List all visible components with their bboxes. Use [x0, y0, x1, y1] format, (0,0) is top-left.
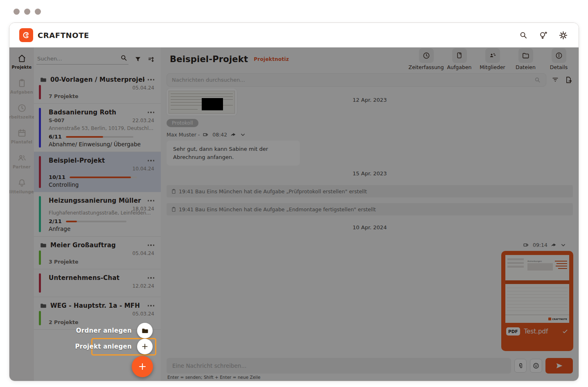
- speed-dial-create-project[interactable]: Projekt anlegen: [71, 339, 153, 354]
- window-controls[interactable]: [14, 9, 41, 15]
- folder-icon: [141, 327, 149, 335]
- speed-dial-create-folder[interactable]: Ordner anlegen: [71, 323, 153, 338]
- add-fab-button[interactable]: [132, 356, 153, 377]
- search-icon[interactable]: [519, 31, 528, 40]
- create-project-button[interactable]: [137, 339, 153, 354]
- app-bar: CRAFTNOTE: [9, 23, 579, 47]
- craftnote-logo-icon: [19, 28, 33, 42]
- app-window: CRAFTNOTE Projekte Aufgaben: [9, 22, 579, 381]
- settings-gear-icon[interactable]: [559, 31, 568, 40]
- brand-name: CRAFTNOTE: [38, 31, 89, 40]
- plus-icon: [137, 362, 147, 371]
- create-folder-button[interactable]: [137, 323, 153, 338]
- whats-new-bulb-icon[interactable]: [538, 31, 548, 40]
- plus-icon: [141, 342, 149, 351]
